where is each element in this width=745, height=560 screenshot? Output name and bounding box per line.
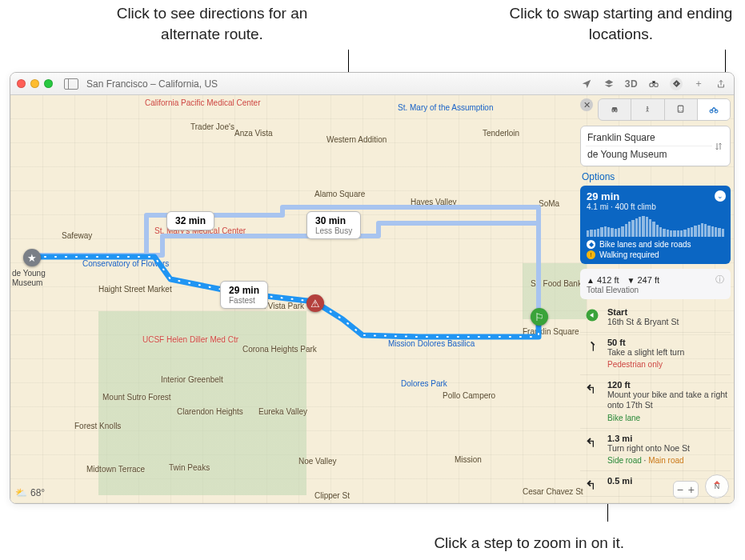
layers-icon[interactable] — [603, 78, 615, 90]
start-icon — [583, 307, 601, 327]
sidebar-toggle-icon[interactable] — [64, 78, 78, 90]
window-title: San Francisco – California, US — [86, 78, 218, 90]
toolbar-right: 3D ＋ — [580, 78, 727, 90]
start-pin[interactable]: ★ — [23, 249, 41, 266]
steps-list: Start16th St & Bryant St50 ftTake a slig… — [580, 302, 731, 497]
step-item[interactable]: 1.3 miTurn right onto Noe StSide road · … — [580, 429, 731, 471]
transport-mode-segmented — [598, 98, 731, 121]
binoculars-icon[interactable] — [647, 78, 660, 90]
svg-rect-3 — [678, 106, 683, 112]
mode-cycle[interactable] — [698, 99, 730, 120]
step-text: 0.5 mi — [607, 476, 727, 491]
weather-icon: ⛅ — [15, 487, 27, 498]
route-label-alt1[interactable]: 32 min — [166, 211, 214, 230]
callout-swap: Click to swap starting and ending locati… — [497, 3, 745, 44]
directions-panel: ✕ Franklin Square de Young Museum — [580, 98, 731, 497]
3d-icon[interactable]: 3D — [625, 78, 638, 90]
traffic-lights — [17, 79, 53, 88]
selected-route-card[interactable]: ⌄ 29 min 4.1 mi · 400 ft climb ◆ Bike la… — [580, 186, 731, 264]
titlebar: San Francisco – California, US 3D ＋ — [10, 73, 734, 95]
step-text: 50 ftTake a slight left turnPedestrian o… — [607, 338, 727, 370]
info-icon[interactable]: ⓘ — [715, 274, 724, 286]
location-icon[interactable] — [580, 78, 593, 90]
options-link[interactable]: Options — [582, 171, 729, 182]
step-text: 1.3 miTurn right onto Noe StSide road · … — [607, 434, 727, 466]
route-label-main[interactable]: 29 min Fastest — [220, 281, 268, 309]
chevron-down-icon[interactable]: ⌄ — [715, 190, 726, 202]
map-canvas[interactable]: California Pacific Medical CenterSt. Mar… — [10, 95, 734, 503]
close-icon[interactable] — [17, 79, 26, 88]
svg-point-5 — [682, 110, 683, 111]
up-arrow-icon: ▲ — [587, 276, 595, 285]
down-arrow-icon: ▼ — [627, 276, 635, 285]
weather-widget[interactable]: ⛅ 68° — [15, 487, 45, 498]
close-panel-button[interactable]: ✕ — [580, 98, 593, 111]
route-note-2: ! Walking required — [587, 250, 724, 259]
route-note-1: ◆ Bike lanes and side roads — [587, 240, 724, 249]
incident-pin[interactable]: ⚠ — [306, 294, 324, 312]
step-item[interactable]: 0.5 mi — [580, 471, 731, 497]
svg-point-4 — [679, 110, 679, 111]
elevation-chart — [587, 216, 724, 237]
destination-pin[interactable]: ⚐ — [531, 308, 548, 326]
fullscreen-icon[interactable] — [44, 79, 53, 88]
slight-left-icon — [583, 338, 601, 370]
mode-drive[interactable] — [599, 99, 631, 120]
callout-alt-route: Click to see directions for an alternate… — [88, 3, 336, 44]
swap-locations-button[interactable] — [712, 138, 725, 155]
to-field[interactable]: de Young Museum — [586, 146, 712, 162]
right-icon — [583, 380, 601, 422]
route-time: 29 min — [587, 190, 724, 202]
route-label-alt2[interactable]: 30 min Less Busy — [306, 211, 361, 239]
weather-temp: 68° — [30, 487, 45, 498]
step-item[interactable]: 120 ftMount your bike and take a right o… — [580, 375, 731, 428]
step-item[interactable]: Start16th St & Bryant St — [580, 302, 731, 333]
svg-point-0 — [650, 82, 654, 86]
callout-step: Click a step to zoom in on it. — [240, 533, 624, 554]
mode-transit[interactable] — [665, 99, 698, 120]
locations-card: Franklin Square de Young Museum — [580, 126, 731, 166]
right-icon — [583, 434, 601, 466]
route-meta: 4.1 mi · 400 ft climb — [587, 202, 724, 211]
directions-icon[interactable] — [670, 78, 683, 90]
step-text: 120 ftMount your bike and take a right o… — [607, 380, 727, 422]
maps-window: San Francisco – California, US 3D ＋ Cali… — [10, 72, 735, 504]
add-icon[interactable]: ＋ — [692, 78, 705, 90]
step-item[interactable]: 50 ftTake a slight left turnPedestrian o… — [580, 333, 731, 375]
from-field[interactable]: Franklin Square — [586, 130, 712, 146]
left-icon — [583, 476, 601, 491]
origin-label: de YoungMuseum — [12, 269, 46, 288]
warning-icon: ! — [587, 250, 595, 259]
total-elevation-card: ▲ 412 ft ▼ 247 ft ⓘ Total Elevation — [580, 269, 731, 299]
svg-point-1 — [655, 82, 659, 86]
minimize-icon[interactable] — [30, 79, 39, 88]
share-icon[interactable] — [715, 78, 727, 90]
svg-point-2 — [647, 106, 649, 108]
step-text: Start16th St & Bryant St — [607, 307, 727, 327]
bike-lane-icon: ◆ — [587, 240, 595, 249]
mode-walk[interactable] — [631, 99, 664, 120]
